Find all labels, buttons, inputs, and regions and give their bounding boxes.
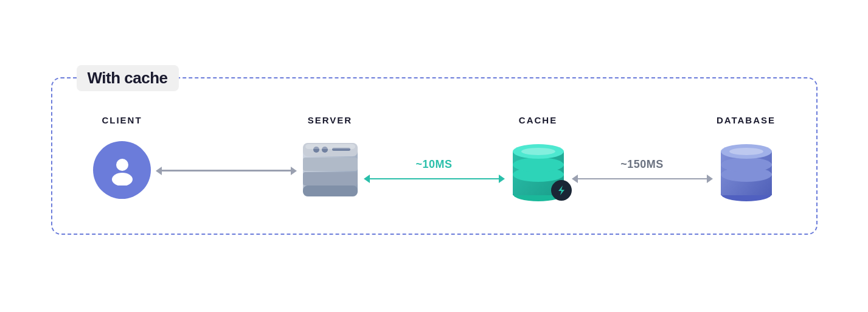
arrowhead-left-sc (364, 175, 370, 183)
arrow-label-sc: ~10MS (415, 158, 452, 171)
shaft-cd (578, 178, 707, 180)
svg-point-22 (729, 148, 763, 155)
arrowhead-right-cs (291, 167, 297, 175)
arrowhead-left-cd (572, 175, 578, 183)
arrow-server-cache: ~10MS (364, 158, 505, 183)
svg-point-16 (521, 148, 555, 155)
bolt-icon (555, 184, 568, 196)
arrow-cache-database: ~150MS (572, 158, 713, 183)
arrow-line-client-server (156, 167, 297, 175)
svg-rect-10 (305, 144, 355, 149)
cache-component: CACHE (505, 115, 572, 203)
cache-icon-container (505, 136, 572, 203)
client-label: CLIENT (102, 115, 142, 125)
diagram-box: With cache CLIENT (51, 77, 818, 235)
components-row: CLIENT (89, 115, 780, 203)
client-component: CLIENT (89, 115, 156, 203)
server-icon-container (297, 136, 364, 203)
database-svg (713, 133, 780, 206)
server-component: SERVER (297, 115, 364, 203)
svg-rect-5 (303, 172, 358, 185)
cache-label: CACHE (519, 115, 557, 125)
person-icon (106, 154, 138, 185)
cache-badge (551, 180, 572, 201)
arrowhead-left-cs (156, 167, 162, 175)
arrow-line-cd (572, 175, 713, 183)
server-label: SERVER (308, 115, 352, 125)
client-icon (89, 136, 156, 203)
shaft-sc (370, 178, 499, 180)
arrow-client-server (156, 167, 297, 175)
arrowhead-right-cd (707, 175, 713, 183)
diagram-wrapper: With cache CLIENT (39, 59, 830, 253)
arrow-label-cd: ~150MS (620, 158, 664, 171)
arrowhead-right-sc (499, 175, 505, 183)
arrow-line-sc (364, 175, 505, 183)
server-svg (297, 138, 364, 202)
shaft-cs (162, 170, 291, 172)
svg-point-0 (116, 159, 128, 171)
svg-point-14 (513, 158, 564, 172)
svg-point-1 (112, 173, 133, 185)
svg-point-20 (721, 158, 772, 172)
client-avatar (93, 141, 151, 199)
database-label: DATABASE (717, 115, 776, 125)
database-icon-container (713, 136, 780, 203)
svg-rect-6 (303, 185, 358, 196)
svg-rect-4 (303, 158, 358, 171)
diagram-title: With cache (77, 65, 179, 91)
database-component: DATABASE (713, 115, 780, 203)
